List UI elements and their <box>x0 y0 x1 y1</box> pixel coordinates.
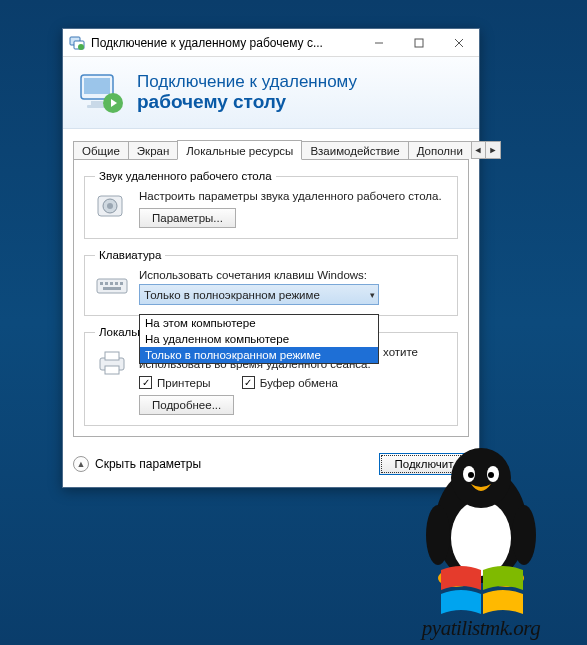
svg-rect-8 <box>84 78 110 94</box>
minimize-button[interactable] <box>359 29 399 56</box>
svg-point-31 <box>488 472 494 478</box>
maximize-button[interactable] <box>399 29 439 56</box>
svg-rect-20 <box>120 282 123 285</box>
titlebar[interactable]: Подключение к удаленному рабочему с... <box>63 29 479 57</box>
svg-point-26 <box>451 500 511 576</box>
windows-flag-icon <box>436 562 526 622</box>
keyboard-option-1[interactable]: На удаленном компьютере <box>140 331 378 347</box>
checkbox-printers[interactable]: ✓ Принтеры <box>139 376 211 389</box>
rdp-dialog: Подключение к удаленному рабочему с... <box>62 28 480 488</box>
tab-display[interactable]: Экран <box>128 141 178 159</box>
tabpanel-local-resources: Звук удаленного рабочего стола Настроить… <box>73 159 469 437</box>
close-button[interactable] <box>439 29 479 56</box>
svg-rect-18 <box>110 282 113 285</box>
devices-more-button[interactable]: Подробнее... <box>139 395 234 415</box>
svg-point-33 <box>488 569 524 587</box>
keyboard-icon <box>95 269 129 303</box>
tab-scroll-left[interactable]: ◄ <box>470 141 486 159</box>
svg-point-32 <box>438 569 474 587</box>
tab-experience[interactable]: Взаимодействие <box>301 141 408 159</box>
group-keyboard: Клавиатура Использовать сочетания клавиш… <box>84 249 458 316</box>
audio-text: Настроить параметры звука удаленного раб… <box>139 190 447 202</box>
keyboard-combo-dropdown: На этом компьютере На удаленном компьюте… <box>139 314 379 364</box>
dialog-footer: ▲ Скрыть параметры Подключит <box>73 453 469 475</box>
window-title: Подключение к удаленному рабочему с... <box>91 36 359 50</box>
keyboard-option-2[interactable]: Только в полноэкранном режиме <box>140 347 378 363</box>
svg-point-29 <box>487 466 499 482</box>
keyboard-combo-value: Только в полноэкранном режиме <box>144 289 320 301</box>
svg-rect-16 <box>100 282 103 285</box>
svg-rect-4 <box>415 39 423 47</box>
app-icon <box>69 35 85 51</box>
connect-button[interactable]: Подключит <box>379 453 469 475</box>
speaker-icon <box>95 190 129 224</box>
svg-rect-17 <box>105 282 108 285</box>
checkbox-printers-label: Принтеры <box>157 377 211 389</box>
rdp-icon <box>77 69 125 117</box>
svg-rect-19 <box>115 282 118 285</box>
banner-line1: Подключение к удаленному <box>137 72 357 92</box>
svg-rect-24 <box>105 366 119 374</box>
keyboard-combo[interactable]: Только в полноэкранном режиме ▾ <box>139 284 379 305</box>
check-icon: ✓ <box>242 376 255 389</box>
svg-point-35 <box>512 505 536 565</box>
chevron-up-icon: ▲ <box>73 456 89 472</box>
group-audio: Звук удаленного рабочего стола Настроить… <box>84 170 458 239</box>
keyboard-text: Использовать сочетания клавиш Windows: <box>139 269 447 281</box>
banner: Подключение к удаленному рабочему столу <box>63 57 479 129</box>
tab-local-resources[interactable]: Локальные ресурсы <box>177 140 302 160</box>
audio-settings-button[interactable]: Параметры... <box>139 208 236 228</box>
svg-point-14 <box>107 203 113 209</box>
check-icon: ✓ <box>139 376 152 389</box>
chevron-down-icon: ▾ <box>370 290 375 300</box>
svg-point-2 <box>78 44 84 50</box>
group-keyboard-legend: Клавиатура <box>95 249 165 261</box>
svg-rect-15 <box>97 279 127 293</box>
hide-options-link[interactable]: ▲ Скрыть параметры <box>73 456 201 472</box>
tab-advanced[interactable]: Дополни <box>408 141 472 159</box>
svg-point-34 <box>426 505 450 565</box>
banner-line2: рабочему столу <box>137 91 357 113</box>
svg-rect-23 <box>105 352 119 360</box>
tab-general[interactable]: Общие <box>73 141 129 159</box>
checkbox-clipboard-label: Буфер обмена <box>260 377 338 389</box>
svg-rect-21 <box>103 287 121 290</box>
group-audio-legend: Звук удаленного рабочего стола <box>95 170 276 182</box>
keyboard-option-0[interactable]: На этом компьютере <box>140 315 378 331</box>
checkbox-clipboard[interactable]: ✓ Буфер обмена <box>242 376 338 389</box>
printer-icon <box>95 346 129 380</box>
svg-rect-9 <box>91 101 103 105</box>
tab-scroll-right[interactable]: ► <box>485 141 501 159</box>
tabs: Общие Экран Локальные ресурсы Взаимодейс… <box>73 137 469 159</box>
watermark-text: pyatilistmk.org <box>381 616 581 641</box>
hide-options-label: Скрыть параметры <box>95 457 201 471</box>
